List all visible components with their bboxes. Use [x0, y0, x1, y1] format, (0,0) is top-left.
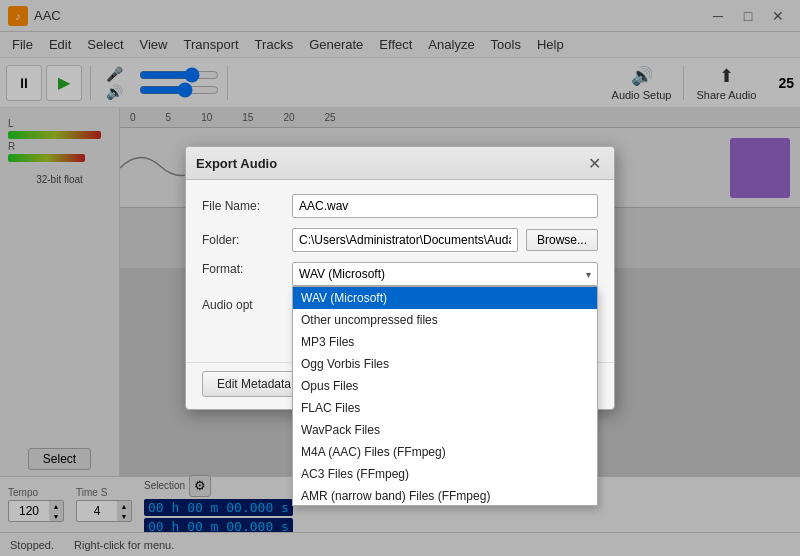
format-option-4[interactable]: Opus Files: [293, 375, 597, 397]
filename-label: File Name:: [202, 199, 292, 213]
dialog-close-button[interactable]: ✕: [584, 153, 604, 173]
format-label: Format:: [202, 262, 292, 276]
dialog-title: Export Audio: [196, 156, 277, 171]
format-option-2[interactable]: MP3 Files: [293, 331, 597, 353]
format-option-6[interactable]: WavPack Files: [293, 419, 597, 441]
format-option-8[interactable]: AC3 Files (FFmpeg): [293, 463, 597, 485]
format-row: Format: WAV (Microsoft) ▾ WAV (Microsoft…: [202, 262, 598, 286]
filename-row: File Name:: [202, 194, 598, 218]
browse-button[interactable]: Browse...: [526, 229, 598, 251]
folder-input[interactable]: [292, 228, 518, 252]
folder-label: Folder:: [202, 233, 292, 247]
dialog-body: File Name: Folder: Browse... Format: WAV…: [186, 180, 614, 362]
format-option-5[interactable]: FLAC Files: [293, 397, 597, 419]
format-option-1[interactable]: Other uncompressed files: [293, 309, 597, 331]
format-select-wrapper: WAV (Microsoft) ▾ WAV (Microsoft) Other …: [292, 262, 598, 286]
dialog-title-bar: Export Audio ✕: [186, 147, 614, 180]
filename-input[interactable]: [292, 194, 598, 218]
format-option-0[interactable]: WAV (Microsoft): [293, 287, 597, 309]
format-option-9[interactable]: AMR (narrow band) Files (FFmpeg): [293, 485, 597, 506]
format-select-display[interactable]: WAV (Microsoft) ▾: [292, 262, 598, 286]
dropdown-arrow-icon: ▾: [586, 269, 591, 280]
format-option-3[interactable]: Ogg Vorbis Files: [293, 353, 597, 375]
dialog-overlay: Export Audio ✕ File Name: Folder: Browse…: [0, 0, 800, 556]
format-option-7[interactable]: M4A (AAC) Files (FFmpeg): [293, 441, 597, 463]
export-audio-dialog: Export Audio ✕ File Name: Folder: Browse…: [185, 146, 615, 410]
folder-row: Folder: Browse...: [202, 228, 598, 252]
format-selected-label: WAV (Microsoft): [299, 267, 385, 281]
audio-opt-label: Audio opt: [202, 298, 253, 312]
format-dropdown: WAV (Microsoft) Other uncompressed files…: [292, 286, 598, 506]
